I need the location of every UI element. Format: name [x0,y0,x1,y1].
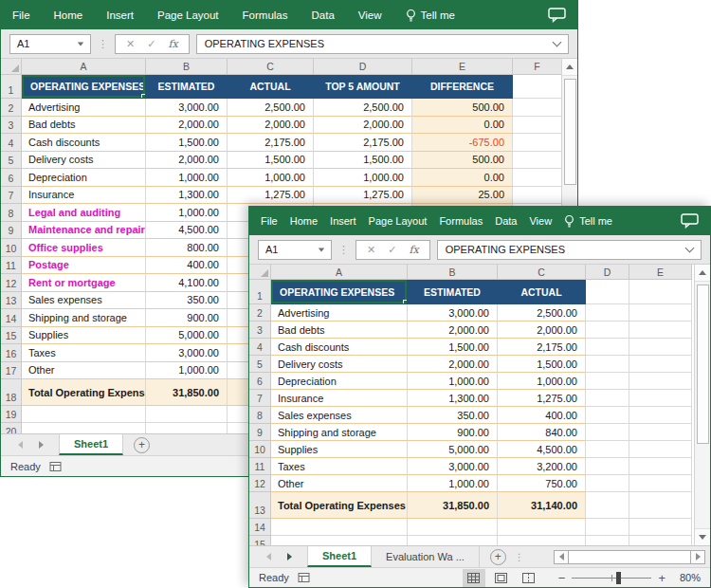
cell-c1[interactable]: ACTUAL [498,280,586,304]
cell-d4[interactable]: 2,175.00 [314,134,412,152]
vertical-scrollbar[interactable] [694,265,710,545]
cell-d3[interactable] [586,322,629,339]
row-header-3[interactable]: 3 [249,322,271,339]
cell-b6[interactable]: 1,000.00 [146,169,228,187]
cell-b9[interactable]: 900.00 [408,424,498,441]
cell-e7[interactable] [629,390,692,407]
cell-b12[interactable]: 4,100.00 [146,274,228,292]
row-header-13[interactable]: 13 [1,292,22,310]
cell-f2[interactable] [513,99,562,117]
sheet-nav-left-icon[interactable] [258,546,279,567]
cell-a12[interactable]: Other [271,475,408,492]
scroll-up-icon[interactable] [695,265,710,282]
col-header-e[interactable]: E [629,265,692,280]
sheet-tab-evaluation-wa[interactable]: Evaluation Wa ... [372,546,480,567]
row-header-8[interactable]: 8 [249,407,271,424]
cell-f6[interactable] [513,169,562,187]
cell-e9[interactable] [629,424,692,441]
cell-b10[interactable]: 800.00 [146,239,228,257]
cell-a18[interactable]: Total Operating Expenses [22,379,146,406]
cell-b4[interactable]: 1,500.00 [146,134,228,152]
cell-b3[interactable]: 2,000.00 [146,117,228,135]
cell-a12[interactable]: Rent or mortgage [22,274,146,292]
row-header-19[interactable]: 19 [1,406,22,423]
chevron-down-icon[interactable] [685,244,695,253]
menu-data[interactable]: Data [495,215,517,227]
cell-e12[interactable] [629,475,692,492]
cell-c3[interactable]: 2,000.00 [498,322,586,339]
cell-b8[interactable]: 1,000.00 [146,204,228,222]
row-header-7[interactable]: 7 [1,187,22,205]
cell-c15[interactable] [498,536,586,545]
scrollbar-track[interactable] [569,550,690,564]
tell-me[interactable]: Tell me [564,214,612,229]
cell-e5[interactable]: 500.00 [412,152,513,170]
zoom-level[interactable]: 80% [672,572,701,583]
cell-b9[interactable]: 4,500.00 [146,222,228,240]
cell-d3[interactable]: 2,000.00 [314,117,412,135]
cell-d9[interactable] [586,424,629,441]
cell-a6[interactable]: Depreciation [22,169,146,187]
row-header-15[interactable]: 15 [1,327,22,345]
zoom-slider-handle[interactable] [616,572,621,584]
cell-d6[interactable]: 1,000.00 [314,169,412,187]
cell-a2[interactable]: Advertising [271,304,408,322]
page-break-view-icon[interactable] [518,569,540,587]
cell-c9[interactable]: 840.00 [498,424,586,441]
cell-a5[interactable]: Delivery costs [271,356,408,373]
zoom-in-icon[interactable]: + [658,572,665,584]
cell-a16[interactable]: Taxes [22,344,146,362]
row-header-8[interactable]: 8 [1,204,22,222]
cell-b8[interactable]: 350.00 [408,407,498,424]
cell-b2[interactable]: 3,000.00 [408,304,498,322]
add-sheet-button[interactable]: + [490,549,506,565]
cell-a19[interactable] [22,406,146,423]
row-header-4[interactable]: 4 [249,339,271,356]
cell-d1[interactable] [586,280,629,304]
formula-bar[interactable]: OPERATING EXPENSES [437,240,702,260]
row-header-14[interactable]: 14 [249,519,271,536]
row-header-18[interactable]: 18 [1,379,22,406]
cell-a9[interactable]: Shipping and storage [271,424,408,441]
cell-a6[interactable]: Depreciation [271,373,408,390]
row-header-7[interactable]: 7 [249,390,271,407]
menu-data[interactable]: Data [312,9,335,21]
cell-a17[interactable]: Other [22,362,146,380]
cell-a13[interactable]: Total Operating Expenses [271,492,408,519]
row-header-9[interactable]: 9 [249,424,271,441]
cell-b19[interactable] [146,406,228,423]
col-header-d[interactable]: D [314,59,412,75]
name-box[interactable]: A1 [258,240,332,260]
cell-b10[interactable]: 5,000.00 [408,441,498,458]
fx-icon[interactable]: fx [409,244,418,256]
cell-a4[interactable]: Cash discounts [271,339,408,356]
cell-c7[interactable]: 1,275.00 [498,390,586,407]
cell-b7[interactable]: 1,300.00 [146,187,228,205]
cell-a3[interactable]: Bad debts [271,322,408,339]
cell-d1[interactable]: TOP 5 AMOUNT [314,75,412,99]
cell-a10[interactable]: Supplies [271,441,408,458]
cell-d5[interactable]: 1,500.00 [314,152,412,170]
cell-a5[interactable]: Delivery costs [22,152,146,170]
cell-d7[interactable] [586,390,629,407]
row-header-6[interactable]: 6 [249,373,271,390]
cell-c13[interactable]: 31,140.00 [498,492,586,519]
cell-a4[interactable]: Cash discounts [22,134,146,152]
row-header-6[interactable]: 6 [1,169,22,187]
cell-a14[interactable] [271,519,408,536]
cell-e1[interactable]: DIFFERENCE [412,75,513,99]
row-header-15[interactable]: 15 [249,536,271,545]
cell-b11[interactable]: 3,000.00 [408,458,498,475]
horizontal-scrollbar[interactable] [554,550,705,564]
chevron-down-icon[interactable] [553,38,562,47]
row-header-1[interactable]: 1 [1,75,22,99]
row-header-12[interactable]: 12 [1,274,22,292]
scrollbar-thumb[interactable] [564,79,576,185]
cell-a8[interactable]: Sales expenses [271,407,408,424]
cell-d4[interactable] [586,339,629,356]
cell-b14[interactable]: 900.00 [146,309,228,327]
col-header-c[interactable]: C [228,59,314,75]
cell-b12[interactable]: 1,000.00 [408,475,498,492]
row-header-11[interactable]: 11 [1,257,22,275]
cell-d2[interactable] [586,304,629,322]
